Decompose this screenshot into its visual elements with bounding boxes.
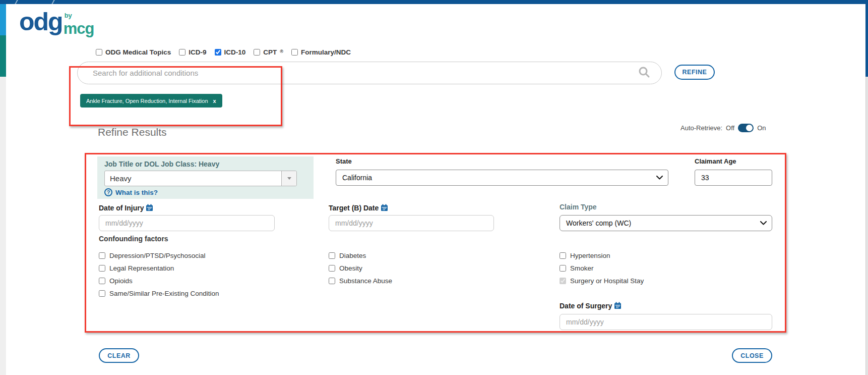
category-cpt[interactable]: CPT® [254,48,283,56]
left-stripe-blue [0,0,6,35]
checkbox-label: Smoker [570,264,594,272]
category-label: ODG Medical Topics [105,48,171,56]
checkbox-smoker[interactable]: Smoker [560,262,644,275]
what-is-this-link[interactable]: ? What is this? [104,188,158,196]
search-category-row: ODG Medical Topics ICD-9 ICD-10 CPT® For… [96,48,351,56]
confounding-column-1: Depression/PTSD/Psychosocial Legal Repre… [99,249,219,300]
pre-existing-checkbox[interactable] [99,290,105,297]
state-select[interactable]: California [336,170,668,186]
close-button[interactable]: CLOSE [732,348,772,363]
substance-abuse-checkbox[interactable] [329,278,335,284]
category-icd10[interactable]: ICD-10 [215,48,246,56]
refine-results-title: Refine Results [98,126,167,138]
category-odg-medical-topics-checkbox[interactable] [96,49,102,56]
category-icd10-checkbox[interactable] [215,49,221,56]
job-title-section: Job Title or DOL Job Class: Heavy Heavy … [97,156,314,199]
claimant-age-label: Claimant Age [695,157,736,165]
checkbox-hypertension[interactable]: Hypertension [560,249,644,262]
category-formulary-ndc-checkbox[interactable] [291,49,298,56]
checkbox-legal-representation[interactable]: Legal Representation [99,262,219,275]
checkbox-label: Depression/PTSD/Psychosocial [109,252,206,259]
checkbox-substance-abuse[interactable]: Substance Abuse [329,275,392,287]
calendar-icon[interactable] [146,205,153,213]
confounding-column-3: Hypertension Smoker Surgery or Hospital … [560,249,644,287]
job-class-combobox[interactable]: Heavy [104,171,297,186]
refine-button[interactable]: REFINE [674,65,715,80]
checkbox-label: Surgery or Hospital Stay [570,277,644,285]
obesity-checkbox[interactable] [329,265,335,272]
job-title-label: Job Title or DOL Job Class: Heavy [104,160,219,168]
checkbox-obesity[interactable]: Obesity [329,262,392,275]
checkbox-label: Substance Abuse [339,277,392,285]
confounding-column-2: Diabetes Obesity Substance Abuse [329,249,392,287]
checkbox-depression-ptsd-psychosocial[interactable]: Depression/PTSD/Psychosocial [99,249,219,262]
checkbox-label: Opioids [109,277,133,285]
claim-type-value: Workers' comp (WC) [560,219,760,227]
selected-condition-tag[interactable]: Ankle Fracture, Open Reduction, Internal… [80,94,222,108]
combobox-dropdown-button[interactable] [281,171,296,186]
search-input[interactable] [78,69,638,77]
checkbox-diabetes[interactable]: Diabetes [329,249,392,262]
checkbox-same-similar-pre-existing[interactable]: Same/Similar Pre-Existing Condition [99,287,219,300]
what-is-this-label: What is this? [115,189,158,196]
chevron-down-icon [287,177,291,180]
search-icon[interactable] [638,66,650,80]
top-navy-bar [0,0,868,4]
category-icd9[interactable]: ICD-9 [179,48,206,56]
calendar-icon[interactable] [381,205,388,213]
claim-type-label: Claim Type [560,203,597,211]
claim-type-select[interactable]: Workers' comp (WC) [560,215,772,231]
confounding-factors-label: Confounding factors [99,235,168,243]
diabetes-checkbox[interactable] [329,252,335,259]
auto-retrieve-label: Auto-Retrieve: [680,124,722,132]
registered-trademark: ® [280,49,283,54]
checkbox-label: Hypertension [570,252,610,259]
auto-retrieve-on-label[interactable]: On [757,124,766,132]
opioids-checkbox[interactable] [99,278,105,284]
date-of-surgery-input[interactable] [560,314,772,330]
surgery-hospital-stay-checkbox [560,278,566,284]
auto-retrieve-toggle[interactable] [738,124,754,132]
target-date-label-text: Target (B) Date [329,204,379,212]
question-circle-icon: ? [104,188,112,196]
date-of-injury-input[interactable] [99,215,275,231]
checkbox-surgery-or-hospital-stay: Surgery or Hospital Stay [560,275,644,287]
left-stripe-gray [0,77,6,375]
tag-label: Ankle Fracture, Open Reduction, Internal… [86,98,208,104]
category-icd9-checkbox[interactable] [179,49,185,56]
target-date-input[interactable] [329,215,494,231]
category-odg-medical-topics[interactable]: ODG Medical Topics [96,48,171,56]
state-label: State [336,157,352,165]
logo-odg-text: odg [19,9,63,34]
scrollbar-track[interactable] [865,77,868,375]
toggle-knob [746,125,753,131]
category-label: ICD-10 [224,48,246,56]
logo-mcg-text: mcg [64,21,94,36]
depression-checkbox[interactable] [99,252,105,259]
claimant-age-input[interactable] [695,170,772,186]
category-formulary-ndc[interactable]: Formulary/NDC [291,48,351,56]
right-stripe-navy [865,0,868,77]
checkbox-label: Same/Similar Pre-Existing Condition [109,290,219,297]
legal-representation-checkbox[interactable] [99,265,105,272]
smoker-checkbox[interactable] [560,265,566,272]
page: odg by mcg ODG Medical Topics ICD-9 ICD-… [0,0,868,375]
tag-close-icon[interactable]: x [213,98,216,104]
left-stripe-teal [0,35,6,77]
category-cpt-checkbox[interactable] [254,49,260,56]
logo-by-text: by [65,12,94,19]
calendar-icon[interactable] [614,303,622,311]
checkbox-label: Legal Representation [109,264,174,272]
date-of-injury-label-text: Date of Injury [99,204,144,212]
auto-retrieve-off-label[interactable]: Off [726,124,734,132]
hypertension-checkbox[interactable] [560,252,566,259]
state-value: California [336,174,656,182]
chevron-down-icon [656,176,663,180]
date-of-surgery-label-text: Date of Surgery [560,302,612,310]
chevron-down-icon [760,221,767,225]
clear-button[interactable]: CLEAR [99,348,139,363]
category-label: Formulary/NDC [301,48,351,56]
job-class-value: Heavy [105,174,281,183]
checkbox-opioids[interactable]: Opioids [99,275,219,287]
category-label: CPT [263,48,277,56]
